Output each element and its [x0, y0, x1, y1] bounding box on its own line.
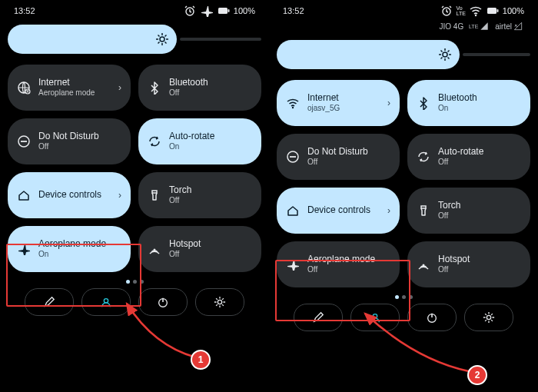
tile-sub: On: [438, 104, 477, 113]
tiles-grid: InternetAeroplane mode›BluetoothOffDo No…: [8, 65, 261, 272]
battery-text: 100%: [234, 6, 255, 15]
tile-sub: Off: [307, 265, 375, 274]
tile-do-not-disturb[interactable]: Do Not DisturbOff: [8, 118, 131, 164]
tile-title: Bluetooth: [438, 93, 477, 104]
tile-hotspot[interactable]: HotspotOff: [138, 226, 261, 272]
tile-title: Do Not Disturb: [307, 147, 368, 158]
dot[interactable]: [140, 280, 144, 284]
brightness-row: [277, 40, 530, 69]
chevron-right-icon: ›: [118, 190, 121, 201]
airplane-status-icon: [200, 4, 214, 18]
rotate-icon: [417, 150, 430, 164]
tile-auto-rotate[interactable]: Auto-rotateOn: [138, 118, 261, 164]
tile-title: Aeroplane mode: [307, 254, 375, 265]
brightness-row: [8, 25, 261, 54]
tile-internet[interactable]: Internetojasv_5G›: [277, 80, 400, 126]
tile-bluetooth[interactable]: BluetoothOn: [407, 80, 530, 126]
edit-button[interactable]: [25, 288, 74, 316]
battery-icon: [217, 4, 231, 18]
dot[interactable]: [402, 295, 406, 299]
qs-panel-right: 13:52 VoLTE 100% JIO 4G LTE airtel Inter…: [269, 0, 538, 392]
tile-device-controls[interactable]: Device controls›: [277, 188, 400, 234]
qs-panel-left: 13:52 100% InternetAeroplane mode›Blueto…: [0, 0, 269, 392]
tile-title: Do Not Disturb: [38, 131, 99, 142]
tiles-grid: Internetojasv_5G›BluetoothOnDo Not Distu…: [277, 80, 530, 287]
dot[interactable]: [395, 295, 399, 299]
alarm-icon: [440, 4, 453, 18]
edit-button[interactable]: [294, 304, 343, 331]
globe-icon: [17, 81, 31, 95]
brightness-icon: [438, 48, 452, 61]
page-dots: [8, 280, 261, 284]
status-bar: 13:52 100%: [8, 0, 261, 20]
home-icon: [17, 188, 31, 202]
chevron-right-icon: ›: [387, 98, 390, 108]
tile-title: Torch: [169, 185, 191, 196]
tile-sub: Off: [38, 142, 99, 151]
chevron-right-icon: ›: [387, 205, 390, 216]
plane-icon: [286, 257, 300, 271]
tile-bluetooth[interactable]: BluetoothOff: [138, 65, 261, 111]
signal-icon: [480, 22, 489, 31]
tile-do-not-disturb[interactable]: Do Not DisturbOff: [277, 134, 400, 180]
brightness-track[interactable]: [463, 53, 530, 56]
plane-icon: [17, 242, 31, 256]
brightness-track[interactable]: [180, 38, 261, 41]
dnd-icon: [17, 135, 31, 148]
carrier-2: airtel: [495, 22, 512, 31]
user-button[interactable]: [350, 304, 400, 331]
tile-title: Aeroplane mode: [38, 239, 106, 250]
hotspot-icon: [148, 242, 161, 256]
tile-device-controls[interactable]: Device controls›: [8, 172, 131, 218]
tile-torch[interactable]: TorchOff: [138, 172, 261, 218]
dot[interactable]: [126, 280, 130, 284]
footer-row: [8, 288, 261, 316]
dnd-icon: [286, 150, 300, 164]
brightness-icon: [155, 32, 169, 46]
tile-sub: ojasv_5G: [307, 104, 340, 113]
hotspot-icon: [417, 257, 430, 271]
alarm-icon: [183, 4, 197, 18]
tile-sub: Off: [438, 211, 460, 221]
tile-aeroplane-mode[interactable]: Aeroplane modeOff: [277, 241, 400, 287]
tile-hotspot[interactable]: HotspotOff: [407, 241, 530, 287]
tile-title: Bluetooth: [169, 78, 208, 88]
clock: 13:52: [283, 6, 304, 15]
torch-icon: [148, 188, 161, 202]
tile-sub: Off: [307, 158, 368, 167]
tile-torch[interactable]: TorchOff: [407, 188, 530, 234]
tile-sub: Off: [438, 158, 483, 167]
tile-internet[interactable]: InternetAeroplane mode›: [8, 65, 131, 111]
tile-sub: Off: [169, 88, 208, 98]
power-button[interactable]: [407, 304, 457, 331]
brightness-slider[interactable]: [277, 40, 460, 69]
status-bar: 13:52 VoLTE 100%: [277, 0, 530, 20]
page-dots: [277, 295, 530, 299]
chevron-right-icon: ›: [118, 82, 121, 93]
tile-sub: On: [38, 250, 106, 259]
tile-title: Internet: [307, 93, 340, 104]
power-button[interactable]: [138, 288, 188, 316]
tile-title: Hotspot: [169, 239, 201, 250]
rotate-icon: [148, 135, 161, 148]
tile-sub: On: [169, 142, 214, 151]
tile-title: Hotspot: [438, 254, 470, 265]
battery-icon: [486, 4, 500, 18]
battery-text: 100%: [503, 6, 524, 15]
dot[interactable]: [409, 295, 413, 299]
wifi-status-icon: [469, 4, 483, 18]
carrier-row: JIO 4G LTE airtel: [277, 20, 530, 35]
settings-button[interactable]: [195, 288, 244, 316]
user-button[interactable]: [81, 288, 131, 316]
annotation-badge: 1: [191, 350, 211, 370]
torch-icon: [417, 204, 430, 218]
volte-icon: VoLTE: [457, 5, 466, 16]
tile-title: Internet: [38, 78, 95, 88]
brightness-slider[interactable]: [8, 25, 177, 54]
dot[interactable]: [133, 280, 137, 284]
wifi-icon: [286, 96, 300, 110]
settings-button[interactable]: [464, 304, 513, 331]
tile-auto-rotate[interactable]: Auto-rotateOff: [407, 134, 530, 180]
tile-sub: Off: [169, 196, 191, 205]
tile-aeroplane-mode[interactable]: Aeroplane modeOn: [8, 226, 131, 272]
